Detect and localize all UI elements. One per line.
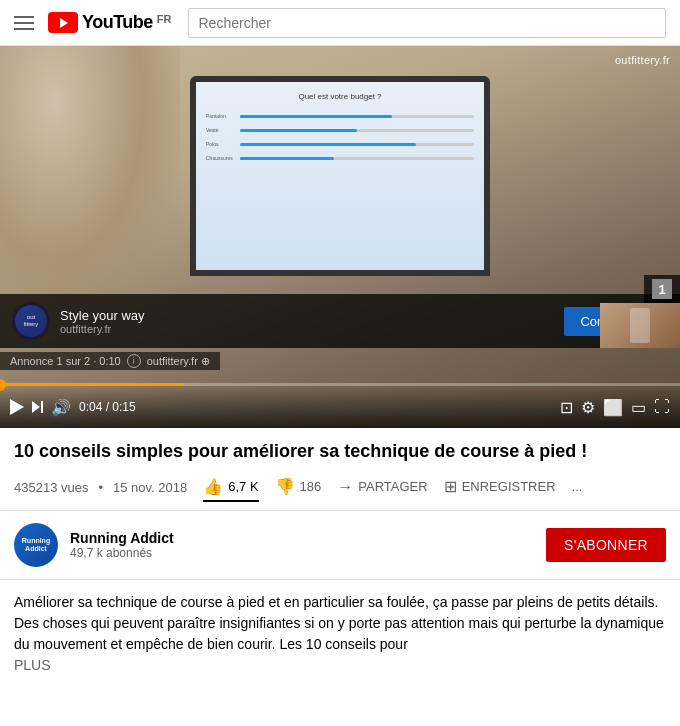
slider-fill-2 xyxy=(240,129,357,132)
youtube-logo-icon xyxy=(48,12,78,33)
ad-logo: outfittery xyxy=(12,302,50,340)
search-input[interactable] xyxy=(188,8,667,38)
ad-title: Style your way xyxy=(60,308,554,323)
next-bar xyxy=(41,401,43,413)
subtitles-button[interactable]: ⊡ xyxy=(560,398,573,417)
next-icon xyxy=(32,401,43,413)
channel-name[interactable]: Running Addict xyxy=(70,530,546,546)
share-label: PARTAGER xyxy=(358,479,427,494)
slider-row-3: Polos xyxy=(206,141,474,147)
slider-track-2 xyxy=(240,129,474,132)
save-label: ENREGISTRER xyxy=(462,479,556,494)
channel-subscribers: 49,7 k abonnés xyxy=(70,546,546,560)
video-info: 10 conseils simples pour améliorer sa te… xyxy=(0,428,680,511)
ad-info: Style your way outfittery.fr xyxy=(60,308,554,335)
avatar-text-line1: Running xyxy=(22,537,50,545)
share-button[interactable]: → PARTAGER xyxy=(337,474,427,502)
save-icon: ⊞ xyxy=(444,477,457,496)
video-player: Quel est votre budget ? Pantalon Veste P… xyxy=(0,46,680,428)
thumbs-down-icon: 👎 xyxy=(275,477,295,496)
slider-label-2: Veste xyxy=(206,127,236,133)
info-circle-icon[interactable]: i xyxy=(127,354,141,368)
show-more-button[interactable]: PLUS xyxy=(14,657,51,673)
slider-label-4: Chaussures xyxy=(206,155,236,161)
laptop-screen: Quel est votre budget ? Pantalon Veste P… xyxy=(190,76,490,276)
settings-button[interactable]: ⚙ xyxy=(581,398,595,417)
logo-text: YouTube xyxy=(82,12,153,33)
view-count: 435213 vues xyxy=(14,480,88,495)
slider-label-1: Pantalon xyxy=(206,113,236,119)
channel-info: Running Addict 49,7 k abonnés xyxy=(70,530,546,560)
person-overlay xyxy=(0,46,180,326)
theater-button[interactable]: ▭ xyxy=(631,398,646,417)
player-controls: 🔊 0:04 / 0:15 ⊡ ⚙ ⬜ ▭ ⛶ xyxy=(0,386,680,428)
video-meta-row: 435213 vues • 15 nov. 2018 👍 6,7 K 👎 186… xyxy=(14,473,666,502)
save-button[interactable]: ⊞ ENREGISTRER xyxy=(444,473,556,502)
video-thumbnail: Quel est votre budget ? Pantalon Veste P… xyxy=(0,46,680,428)
slider-track-4 xyxy=(240,157,474,160)
header: YouTubeFR xyxy=(0,0,680,46)
slider-row-4: Chaussures xyxy=(206,155,474,161)
slider-fill-3 xyxy=(240,143,416,146)
next-triangle xyxy=(32,401,40,413)
controls-right: ⊡ ⚙ ⬜ ▭ ⛶ xyxy=(560,398,670,417)
slider-row-2: Veste xyxy=(206,127,474,133)
play-button[interactable] xyxy=(10,399,24,415)
volume-icon: 🔊 xyxy=(51,398,71,417)
volume-button[interactable]: 🔊 xyxy=(51,398,71,417)
thumbs-up-icon: 👍 xyxy=(203,477,223,496)
channel-avatar[interactable]: Running Addict xyxy=(14,523,58,567)
ad-logo-text: outfittery xyxy=(24,314,39,328)
ad-url: outfittery.fr xyxy=(60,323,554,335)
more-icon: ... xyxy=(572,479,583,494)
avatar-text-line2: Addict xyxy=(25,545,47,553)
skip-thumbnail xyxy=(600,303,680,348)
dislike-button[interactable]: 👎 186 xyxy=(275,473,322,502)
like-button[interactable]: 👍 6,7 K xyxy=(203,473,258,502)
slider-track-3 xyxy=(240,143,474,146)
share-icon: → xyxy=(337,478,353,496)
skip-counter: 1 xyxy=(644,275,680,303)
slider-fill-1 xyxy=(240,115,392,118)
slider-fill-4 xyxy=(240,157,334,160)
menu-button[interactable] xyxy=(14,16,34,30)
ad-overlay: outfittery Style your way outfittery.fr … xyxy=(0,294,680,348)
svg-marker-0 xyxy=(60,18,68,28)
slider-label-3: Polos xyxy=(206,141,236,147)
ad-info-bar: Annonce 1 sur 2 · 0:10 i outfittery.fr ⊕ xyxy=(0,352,220,370)
ad-info-text: Annonce 1 sur 2 · 0:10 xyxy=(10,355,121,367)
description: Améliorer sa technique de course à pied … xyxy=(0,580,680,688)
slider-row-1: Pantalon xyxy=(206,113,474,119)
subscribe-button[interactable]: S'ABONNER xyxy=(546,528,666,562)
outfittery-badge: outfittery.fr xyxy=(615,54,670,66)
header-left: YouTubeFR xyxy=(14,12,172,33)
ad-info-url: outfittery.fr ⊕ xyxy=(147,355,210,368)
ad-logo-inner: outfittery xyxy=(15,305,47,337)
time-display: 0:04 / 0:15 xyxy=(79,400,136,414)
dislike-count: 186 xyxy=(300,479,322,494)
miniplayer-button[interactable]: ⬜ xyxy=(603,398,623,417)
more-button[interactable]: ... xyxy=(572,475,583,500)
skip-person-figure xyxy=(630,308,650,343)
like-count: 6,7 K xyxy=(228,479,258,494)
skip-area: 1 xyxy=(600,275,680,348)
avatar-inner: Running Addict xyxy=(22,537,50,554)
play-icon xyxy=(10,399,24,415)
upload-date: 15 nov. 2018 xyxy=(113,480,187,495)
logo[interactable]: YouTubeFR xyxy=(48,12,172,33)
slider-track-1 xyxy=(240,115,474,118)
fullscreen-button[interactable]: ⛶ xyxy=(654,398,670,416)
description-text: Améliorer sa technique de course à pied … xyxy=(14,594,664,652)
laptop-screen-content: Quel est votre budget ? Pantalon Veste P… xyxy=(196,82,484,270)
next-button[interactable] xyxy=(32,401,43,413)
play-logo-icon xyxy=(55,17,71,29)
screen-title: Quel est votre budget ? xyxy=(298,92,381,101)
skip-number: 1 xyxy=(652,279,672,299)
video-title: 10 conseils simples pour améliorer sa te… xyxy=(14,440,666,463)
action-buttons: 👍 6,7 K 👎 186 → PARTAGER ⊞ ENREGISTRER .… xyxy=(203,473,582,502)
channel-row: Running Addict Running Addict 49,7 k abo… xyxy=(0,511,680,580)
dot-separator: • xyxy=(98,480,103,495)
logo-suffix: FR xyxy=(157,13,172,25)
